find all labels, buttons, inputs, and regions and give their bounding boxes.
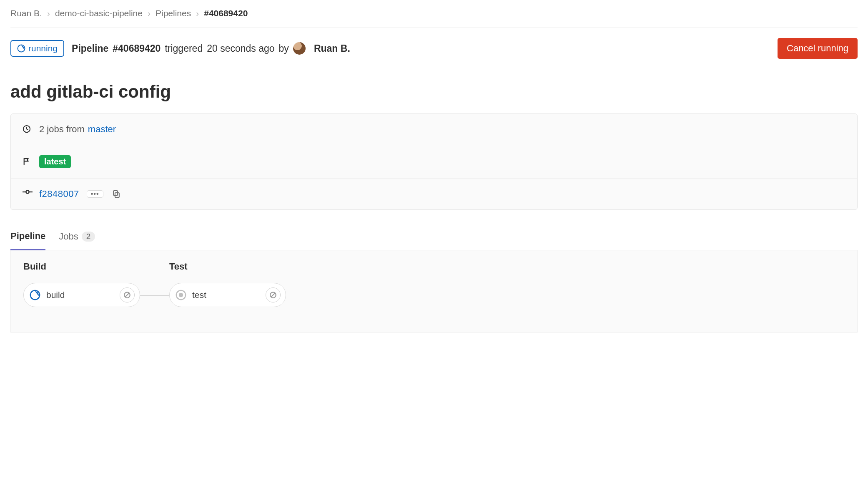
commit-row: f2848007 •••	[11, 179, 857, 209]
breadcrumb-project[interactable]: demo-ci-basic-pipeline	[55, 8, 143, 18]
breadcrumb-owner[interactable]: Ruan B.	[10, 8, 42, 18]
svg-point-11	[179, 293, 183, 297]
pipeline-header: running Pipeline #40689420 triggered 20 …	[10, 28, 858, 69]
chevron-right-icon: ›	[196, 8, 199, 18]
tab-pipeline[interactable]: Pipeline	[10, 227, 45, 250]
tab-jobs-label: Jobs	[59, 231, 78, 242]
breadcrumb-section[interactable]: Pipelines	[156, 8, 191, 18]
triggered-word: triggered	[165, 43, 203, 54]
tab-jobs-count: 2	[82, 232, 95, 242]
branch-link[interactable]: master	[88, 124, 116, 135]
stage-build-name: Build	[23, 261, 140, 272]
job-build[interactable]: build	[23, 283, 140, 307]
triggered-prefix: Pipeline	[72, 43, 108, 54]
stage-test-name: Test	[169, 261, 286, 272]
copy-sha-button[interactable]	[111, 189, 122, 199]
ellipsis-icon: •••	[91, 192, 99, 196]
pipeline-graph: Build build Test test	[10, 250, 858, 333]
job-cancel-button[interactable]	[120, 287, 135, 302]
stage-test: Test test	[169, 261, 286, 307]
more-actions-button[interactable]: •••	[87, 190, 103, 198]
clock-icon	[23, 125, 32, 134]
tabs: Pipeline Jobs 2	[10, 227, 858, 250]
time-ago: 20 seconds ago	[207, 43, 274, 54]
pipeline-id: #40689420	[113, 43, 161, 54]
avatar[interactable]	[293, 42, 306, 55]
cancel-running-button[interactable]: Cancel running	[778, 38, 858, 59]
running-icon	[17, 44, 25, 53]
stage-build: Build build	[23, 261, 140, 307]
copy-icon	[112, 190, 120, 198]
status-badge[interactable]: running	[10, 40, 64, 57]
pending-icon	[176, 290, 186, 300]
page-title: add gitlab-ci config	[10, 82, 858, 102]
cancel-icon	[123, 291, 131, 299]
breadcrumb-current: #40689420	[204, 8, 248, 18]
user-name[interactable]: Ruan B.	[314, 43, 350, 54]
stage-connector	[140, 295, 169, 296]
pipeline-info-box: 2 jobs from master latest f2848007 •••	[10, 113, 858, 210]
flag-icon	[23, 157, 32, 166]
commit-sha-link[interactable]: f2848007	[39, 189, 79, 199]
chevron-right-icon: ›	[47, 8, 50, 18]
job-test[interactable]: test	[169, 283, 286, 307]
svg-line-13	[271, 293, 275, 297]
tags-row: latest	[11, 145, 857, 179]
pipeline-header-left: running Pipeline #40689420 triggered 20 …	[10, 40, 350, 57]
status-badge-label: running	[28, 43, 58, 53]
breadcrumb: Ruan B. › demo-ci-basic-pipeline › Pipel…	[10, 8, 858, 28]
tab-jobs[interactable]: Jobs 2	[59, 227, 95, 250]
latest-chip: latest	[39, 155, 71, 168]
triggered-text: Pipeline #40689420 triggered 20 seconds …	[72, 42, 350, 55]
jobs-summary-row: 2 jobs from master	[11, 114, 857, 145]
cancel-icon	[269, 291, 277, 299]
chevron-right-icon: ›	[148, 8, 151, 18]
running-icon	[30, 290, 40, 300]
job-cancel-button[interactable]	[266, 287, 281, 302]
svg-line-9	[125, 293, 129, 297]
job-build-name: build	[46, 290, 114, 300]
jobs-count-text: 2 jobs from	[39, 124, 85, 135]
job-test-name: test	[192, 290, 260, 300]
svg-point-2	[26, 190, 29, 193]
commit-icon	[23, 189, 32, 199]
tab-pipeline-label: Pipeline	[10, 231, 45, 242]
by-word: by	[279, 43, 289, 54]
